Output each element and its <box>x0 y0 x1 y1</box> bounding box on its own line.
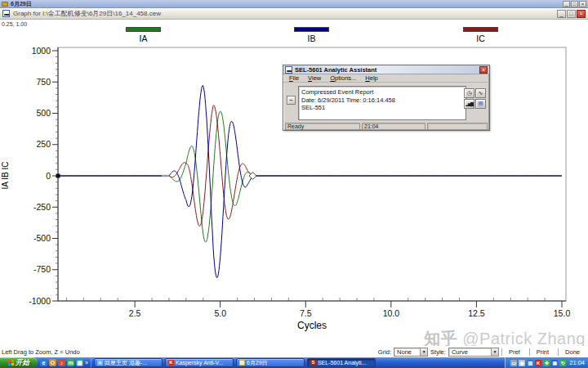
task-label: 回星主页 港趣-... <box>105 359 147 367</box>
report-line: Compressed Event Report <box>301 88 463 96</box>
desktop-icon[interactable]: ▣ <box>76 359 83 366</box>
style-dropdown[interactable]: Curve ▼ <box>448 348 499 357</box>
msn-icon[interactable]: m <box>67 359 74 366</box>
dialog-menubar: FileViewOptions...Help <box>283 74 489 83</box>
y-axis-label: IA IB IC <box>1 150 10 202</box>
menu-options[interactable]: Options... <box>326 74 360 82</box>
windows-flag-icon <box>8 360 14 366</box>
phasor-icon[interactable]: ◷ <box>464 88 474 98</box>
volume-icon[interactable]: ◉ <box>519 360 525 366</box>
zoom-hint-text: Left Drag to Zoom, Z = Undo <box>2 348 80 356</box>
oscillogram-icon[interactable]: ∿ <box>475 88 486 98</box>
svg-text:1000: 1000 <box>32 46 51 56</box>
svg-text:15.0: 15.0 <box>554 308 571 318</box>
dialog-body: − Compressed Event ReportDate: 6/29/2011… <box>283 83 489 122</box>
svg-text:2.5: 2.5 <box>129 308 141 318</box>
report-icon[interactable]: ▤ <box>475 99 486 109</box>
waveform-chart[interactable]: 10007505002500-250-500-750-10002.55.07.5… <box>0 0 588 368</box>
menu-help[interactable]: Help <box>361 74 381 82</box>
media-icon[interactable]: ♪ <box>58 359 65 366</box>
graph-controls: Grid: None ▼ Style: Curve ▼ Pref Print D… <box>378 348 588 357</box>
dialog-statusbar: Ready 21:04 <box>283 122 489 130</box>
chevron-down-icon[interactable]: ▼ <box>420 348 427 356</box>
style-label: Style: <box>430 348 446 356</box>
origin-marker <box>56 174 60 178</box>
kaspersky-icon[interactable]: K <box>535 360 541 366</box>
svg-text:-1000: -1000 <box>29 296 51 306</box>
sel-app-icon <box>285 66 292 74</box>
network-icon[interactable]: ▥ <box>527 360 533 366</box>
menu-view[interactable]: View <box>304 74 325 82</box>
dialog-title: SEL-5601 Analytic Assistant <box>295 66 376 74</box>
tray-clock: 21:04 <box>569 359 585 366</box>
taskbar: 开始 eO♪m▣» e回星主页 港趣-...KKaspersky Anti-V.… <box>0 357 588 368</box>
status-time: 21:04 <box>362 123 425 130</box>
svg-text:-500: -500 <box>33 233 51 243</box>
event-report-summary[interactable]: Compressed Event ReportDate: 6/29/2011 T… <box>298 86 466 120</box>
task-button-0[interactable]: e回星主页 港趣-... <box>94 358 163 367</box>
event-start-marker <box>162 175 169 177</box>
svg-text:0: 0 <box>46 171 51 181</box>
printer-icon[interactable]: ▭ <box>510 360 517 366</box>
sync-icon[interactable]: ↻ <box>559 360 566 366</box>
outlook-icon[interactable]: O <box>49 359 56 366</box>
svg-text:-750: -750 <box>33 264 51 274</box>
system-tray: ▭◉▥K✚▣↻ 21:04 <box>505 357 588 368</box>
svg-text:5.0: 5.0 <box>214 308 226 318</box>
collapse-button[interactable]: − <box>287 96 296 105</box>
menu-file[interactable]: File <box>285 74 303 82</box>
status-filler <box>427 123 488 130</box>
dialog-titlebar[interactable]: SEL-5601 Analytic Assistant × <box>283 65 489 74</box>
report-line: SEL-551 <box>301 104 463 112</box>
y-axis-ticks: 10007505002500-250-500-750-1000 <box>29 46 58 306</box>
svg-text:750: 750 <box>36 77 51 87</box>
task-buttons: e回星主页 港趣-...KKaspersky Anti-V...▨6月29日SS… <box>94 358 376 367</box>
task-button-2[interactable]: ▨6月29日 <box>236 358 305 367</box>
svg-text:12.5: 12.5 <box>468 308 485 318</box>
task-label: SEL-5601 Analyti... <box>318 360 367 366</box>
tray-icons: ▭◉▥K✚▣↻ <box>510 360 566 366</box>
close-icon[interactable]: × <box>479 66 488 74</box>
task-icon: e <box>97 360 103 366</box>
print-button[interactable]: Print <box>529 348 555 356</box>
quick-launch-bar: eO♪m▣» <box>38 358 91 367</box>
ie-icon[interactable]: e <box>40 359 47 366</box>
im-icon[interactable]: ▣ <box>551 360 558 366</box>
done-button[interactable]: Done <box>558 348 586 356</box>
start-button[interactable]: 开始 <box>0 357 38 368</box>
status-text: Ready <box>285 123 360 130</box>
grid-label: Grid: <box>378 348 391 356</box>
svg-text:250: 250 <box>36 139 51 149</box>
grid-dropdown[interactable]: None ▼ <box>394 348 428 357</box>
svg-text:7.5: 7.5 <box>300 308 312 318</box>
harmonics-icon[interactable]: ▂▅▇ <box>464 99 474 109</box>
report-line: Date: 6/29/2011 Time: 0:16:14.458 <box>301 96 463 105</box>
watermark-prefix: 知乎 <box>424 330 457 348</box>
waveform-IA <box>58 111 562 242</box>
task-label: 6月29日 <box>247 359 268 367</box>
dialog-toolbar: ◷∿▂▅▇▤ <box>464 88 486 109</box>
quick-launch-overflow-icon[interactable]: » <box>85 360 88 366</box>
task-icon: K <box>168 360 174 366</box>
task-label: Kaspersky Anti-V... <box>176 360 224 366</box>
sel5601-dialog[interactable]: SEL-5601 Analytic Assistant × FileViewOp… <box>283 65 490 131</box>
svg-text:10.0: 10.0 <box>383 308 400 318</box>
task-button-3[interactable]: SSEL-5601 Analyti... <box>307 358 376 367</box>
task-icon: ▨ <box>239 360 245 366</box>
task-icon: S <box>310 360 316 366</box>
update-icon[interactable]: ✚ <box>543 360 550 366</box>
chevron-down-icon[interactable]: ▼ <box>491 348 498 356</box>
pref-button[interactable]: Pref <box>501 348 527 356</box>
svg-text:-250: -250 <box>33 202 51 212</box>
task-button-1[interactable]: KKaspersky Anti-V... <box>165 358 234 367</box>
graph-bottom-strip: Left Drag to Zoom, Z = Undo Grid: None ▼… <box>0 346 588 357</box>
svg-text:500: 500 <box>36 108 51 118</box>
